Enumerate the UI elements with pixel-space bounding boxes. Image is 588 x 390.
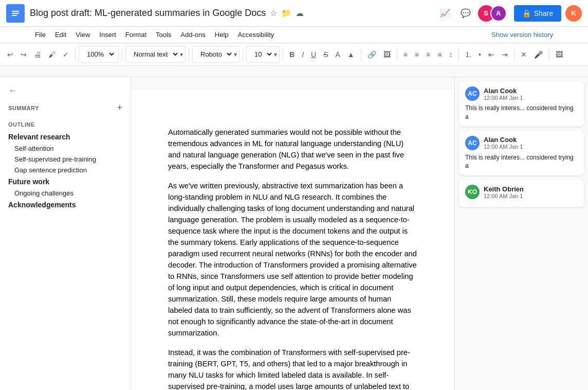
bold-button[interactable]: B (286, 48, 298, 61)
outline-item-acknowledgements[interactable]: Acknowledgements (0, 199, 131, 211)
line-spacing-button[interactable]: ↕ (446, 48, 455, 61)
paragraph-style-select[interactable]: Normal text Heading 1 Heading 2 (128, 47, 180, 61)
font-select[interactable]: Roboto Arial (195, 47, 234, 61)
outline-item-self-supervised[interactable]: Self-supervised pre-training (0, 154, 131, 165)
image-button[interactable]: 🖼 (380, 48, 394, 61)
undo-button[interactable]: ↩ (4, 48, 16, 61)
summary-label: SUMMARY (8, 105, 39, 111)
spell-check-button[interactable]: ✓ (60, 48, 72, 61)
comment-avatar-3: KO (465, 185, 480, 199)
content-area[interactable]: Automatically generated summaries would … (131, 77, 454, 390)
highlight-button[interactable]: ▲ (344, 48, 358, 61)
comment-text-2: This is really interes... considered try… (465, 153, 578, 171)
show-version-history[interactable]: Show version history (487, 29, 557, 41)
strikethrough-button[interactable]: S (320, 48, 331, 61)
avatar-group: S A (478, 5, 507, 22)
zoom-select[interactable]: 100% (81, 47, 116, 61)
app-icon[interactable] (6, 4, 25, 23)
voice-input-button[interactable]: 🎤 (531, 48, 546, 61)
comment-avatar-2: AC (465, 136, 480, 150)
share-button[interactable]: 🔒 Share (514, 5, 561, 22)
svg-rect-1 (12, 13, 19, 14)
menu-help[interactable]: Help (211, 29, 233, 41)
toolbar-divider-10 (549, 48, 549, 61)
comment-card-1: AC Alan Cook 12:00 AM Jan 1 This is real… (459, 81, 584, 127)
font-select-wrapper: Roboto Arial ▾ (192, 46, 240, 63)
star-icon[interactable]: ☆ (270, 8, 277, 18)
toolbar-divider-3 (189, 48, 189, 61)
summary-header: SUMMARY + (0, 100, 131, 117)
align-right-button[interactable]: ≡ (423, 48, 433, 61)
folder-icon[interactable]: 📁 (281, 8, 291, 18)
trending-button[interactable]: 📈 (437, 5, 453, 21)
comment-card-3: KO Keith Obrien 12:00 AM Jan 1 (459, 180, 584, 207)
italic-button[interactable]: I (299, 48, 307, 61)
insert-image-button[interactable]: 🖼 (553, 48, 566, 61)
numbered-list-button[interactable]: 1. (462, 48, 474, 61)
svg-rect-0 (12, 11, 19, 12)
comment-card-2: AC Alan Cook 12:00 AM Jan 1 This is real… (459, 131, 584, 176)
justify-button[interactable]: ≡ (434, 48, 445, 61)
comment-time-3: 12:00 AM Jan 1 (484, 193, 524, 199)
comment-time-2: 12:00 AM Jan 1 (484, 144, 523, 150)
menu-insert[interactable]: Insert (95, 29, 120, 41)
comment-text-1: This is really interes... considered try… (465, 104, 578, 121)
menu-view[interactable]: View (71, 29, 94, 41)
toolbar-divider-4 (243, 48, 243, 61)
add-summary-button[interactable]: + (117, 102, 122, 113)
svg-rect-2 (12, 15, 17, 16)
text-color-button[interactable]: A (332, 48, 343, 61)
outline-item-self-attention[interactable]: Self-attention (0, 143, 131, 154)
bullet-list-button[interactable]: • (475, 48, 484, 61)
comment-meta-1: Alan Cook 12:00 AM Jan 1 (484, 87, 523, 101)
align-center-button[interactable]: ≡ (412, 48, 422, 61)
outline-label: OUTLINE (0, 117, 131, 131)
font-chevron-icon: ▾ (234, 51, 237, 58)
menu-edit[interactable]: Edit (51, 29, 70, 41)
avatar-user2[interactable]: A (490, 5, 507, 22)
toolbar-divider-2 (122, 48, 122, 61)
menu-bar: File Edit View Insert Format Tools Add-o… (0, 27, 588, 43)
outline-item-gap-sentence[interactable]: Gap sentence prediction (0, 165, 131, 175)
ruler (0, 66, 588, 77)
clear-format-button[interactable]: ✕ (518, 48, 530, 61)
link-button[interactable]: 🔗 (364, 48, 379, 61)
font-size-select[interactable]: 10 11 12 (249, 47, 274, 61)
menu-accessibility[interactable]: Accessibility (234, 29, 279, 41)
paragraph-3: Instead, it was the combination of Trans… (168, 347, 417, 390)
paragraph-2: As we've written previously, abstractive… (168, 180, 417, 339)
outline-item-relevant-research[interactable]: Relevant research (0, 131, 131, 143)
toolbar-divider-5 (283, 48, 283, 61)
lock-icon: 🔒 (522, 9, 531, 17)
indent-less-button[interactable]: ⇤ (485, 48, 498, 61)
fontsize-select-wrapper: 10 11 12 ▾ (246, 46, 280, 63)
toolbar-divider-9 (514, 48, 514, 61)
comment-header-2: AC Alan Cook 12:00 AM Jan 1 (465, 136, 578, 150)
title-bar: Blog post draft: ML-generated summaries … (0, 0, 588, 27)
title-info: Blog post draft: ML-generated summaries … (30, 8, 437, 19)
menu-tools[interactable]: Tools (152, 29, 175, 41)
sidebar: ← SUMMARY + OUTLINE Relevant research Se… (0, 77, 131, 390)
outline-item-future-work[interactable]: Future work (0, 175, 131, 188)
toolbar: ↩ ↪ 🖨 🖌 ✓ 100% Normal text Heading 1 Hea… (0, 43, 588, 66)
underline-button[interactable]: U (308, 48, 319, 61)
header-right: 📈 💬 S A 🔒 Share K (437, 5, 582, 22)
cloud-icon[interactable]: ☁ (296, 8, 304, 18)
indent-more-button[interactable]: ⇥ (499, 48, 511, 61)
redo-button[interactable]: ↪ (17, 48, 30, 61)
menu-file[interactable]: File (31, 29, 50, 41)
back-button[interactable]: ← (0, 83, 131, 100)
print-button[interactable]: 🖨 (31, 48, 44, 61)
paint-format-button[interactable]: 🖌 (45, 48, 59, 61)
avatar-main-user[interactable]: K (565, 5, 582, 22)
toolbar-divider-1 (75, 48, 76, 61)
comment-button[interactable]: 💬 (457, 5, 474, 21)
comment-author-3: Keith Obrien (484, 185, 524, 193)
menu-format[interactable]: Format (121, 29, 151, 41)
menu-addons[interactable]: Add-ons (176, 29, 209, 41)
style-select-wrapper: Normal text Heading 1 Heading 2 ▾ (125, 46, 186, 63)
align-left-button[interactable]: ≡ (400, 48, 411, 61)
doc-title[interactable]: Blog post draft: ML-generated summaries … (30, 8, 266, 19)
paragraph-1: Automatically generated summaries would … (168, 127, 417, 172)
outline-item-ongoing-challenges[interactable]: Ongoing challenges (0, 188, 131, 199)
